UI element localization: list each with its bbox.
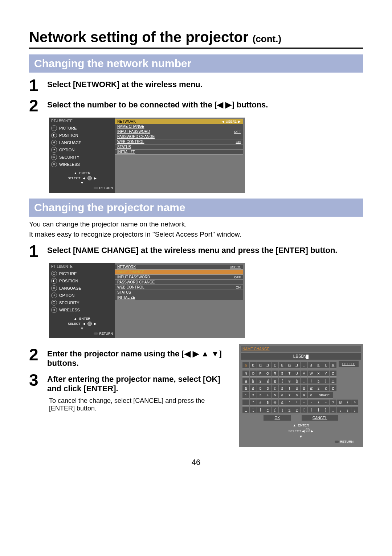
osd-row-webctrl: WEB CONTROLON bbox=[115, 139, 243, 144]
kbd-key: I bbox=[301, 362, 307, 368]
osd-row-inputpw: INPUT PASSWORDOFF bbox=[115, 275, 243, 280]
kbd-key: V bbox=[301, 371, 307, 377]
step-number: 1 bbox=[29, 77, 47, 94]
kbd-key: C bbox=[257, 362, 264, 368]
kbd-key: 6 bbox=[279, 392, 286, 398]
s2-step3: 3 After entering the projector name, sel… bbox=[29, 372, 228, 393]
kbd-key: t bbox=[286, 385, 293, 391]
kbd-key: g bbox=[286, 378, 293, 384]
kbd-key: < bbox=[286, 407, 293, 413]
kbd-key: l bbox=[322, 378, 329, 384]
kbd-key: j bbox=[308, 378, 315, 384]
kbd-key: e bbox=[271, 378, 278, 384]
kbd-space-button: SPACE bbox=[315, 392, 333, 398]
picture-icon: ▢ bbox=[51, 125, 57, 131]
kbd-key: Q bbox=[264, 371, 271, 377]
kbd-key: b bbox=[250, 378, 257, 384]
section-header-2: Changing the projector name bbox=[29, 199, 363, 217]
osd-keyboard: NAME CHANGE LB50N ABCDEFGHIJKLMDELETENOP… bbox=[239, 344, 363, 447]
kbd-key: + bbox=[301, 400, 307, 406]
kbd-key: G bbox=[286, 362, 293, 368]
kbd-key: L bbox=[322, 362, 329, 368]
kbd-key: o bbox=[250, 385, 257, 391]
kbd-key: , bbox=[330, 407, 336, 413]
s1-step1: 1 Select [NETWORK] at the wireless menu. bbox=[29, 77, 363, 94]
wireless-icon: ≋ bbox=[51, 307, 57, 313]
kbd-key: u bbox=[293, 385, 300, 391]
kbd-key: h bbox=[293, 378, 300, 384]
title-text: Network setting of the projector bbox=[29, 29, 249, 45]
step-number: 2 bbox=[29, 346, 47, 363]
kbd-key: v bbox=[301, 385, 307, 391]
osd-screenshot-1: PT-LB50NTE ▢PICTURE ◧POSITION ⊕LANGUAGE … bbox=[49, 118, 245, 193]
step-text: After entering the projector name, selec… bbox=[47, 372, 228, 393]
osd-row-namechange: NAME CHANGE bbox=[115, 124, 243, 129]
kbd-key: ) bbox=[279, 407, 286, 413]
language-icon: ⊕ bbox=[51, 285, 57, 291]
step-text: Select [NETWORK] at the wireless menu. bbox=[47, 77, 363, 89]
kbd-key: U bbox=[293, 371, 300, 377]
kbd-key: # bbox=[257, 400, 264, 406]
osd-model: PT-LB50NTE bbox=[51, 119, 113, 123]
kbd-key: d bbox=[264, 378, 271, 384]
kbd-key: O bbox=[250, 371, 257, 377]
kbd-key: P bbox=[257, 371, 264, 377]
kbd-key: m bbox=[330, 378, 336, 384]
security-icon: ⚿ bbox=[51, 154, 57, 160]
kbd-key: 5 bbox=[271, 392, 278, 398]
language-icon: ⊕ bbox=[51, 140, 57, 146]
kbd-key: ^ bbox=[351, 400, 358, 406]
kbd-key: ' bbox=[286, 400, 293, 406]
kbd-key: ! bbox=[242, 400, 249, 406]
kbd-key: H bbox=[293, 362, 300, 368]
kbd-key: $ bbox=[264, 400, 271, 406]
osd-screenshot-2: PT-LB50NTE ▢PICTURE ◧POSITION ⊕LANGUAGE … bbox=[49, 263, 245, 338]
kbd-key: ` bbox=[250, 407, 257, 413]
kbd-key: 9 bbox=[301, 392, 307, 398]
picture-icon: ▢ bbox=[51, 271, 57, 277]
kbd-key: * bbox=[293, 400, 300, 406]
osd-row-init: INITIALIZE bbox=[115, 150, 243, 155]
kbd-key: c bbox=[257, 378, 264, 384]
kbd-key: y bbox=[322, 385, 329, 391]
kbd-key: S bbox=[279, 371, 286, 377]
kbd-key: [ bbox=[301, 407, 307, 413]
kbd-key: % bbox=[271, 400, 278, 406]
kbd-key: w bbox=[308, 385, 315, 391]
kbd-key: & bbox=[279, 400, 286, 406]
s2-note: To cancel the change, select [CANCEL] an… bbox=[49, 397, 228, 412]
osd-row-network: NETWORK ◀USER1▶ bbox=[115, 119, 243, 124]
kbd-key: @ bbox=[337, 400, 344, 406]
kbd-key: { bbox=[315, 407, 322, 413]
step-text: Select the number to be connected with t… bbox=[47, 97, 363, 110]
kbd-ok-button: OK bbox=[264, 415, 290, 421]
kbd-key: - bbox=[308, 400, 315, 406]
position-icon: ◧ bbox=[51, 132, 57, 138]
s2-step1: 1 Select [NAME CHANGE] at the wireless m… bbox=[29, 243, 363, 259]
s1-step2: 2 Select the number to be connected with… bbox=[29, 97, 363, 114]
kbd-key: n bbox=[242, 385, 249, 391]
s2-step2: 2 Enter the projector name using the [◀ … bbox=[29, 346, 228, 368]
kbd-key: k bbox=[315, 378, 322, 384]
osd-row-status: STATUS bbox=[115, 144, 243, 150]
kbd-name-field: LB50N bbox=[241, 353, 361, 360]
kbd-key: Z bbox=[330, 371, 336, 377]
kbd-key: 3 bbox=[257, 392, 264, 398]
kbd-key: . bbox=[337, 407, 344, 413]
osd-row-status: STATUS bbox=[115, 290, 243, 295]
step-number: 3 bbox=[29, 372, 47, 388]
kbd-key: _ bbox=[242, 407, 249, 413]
kbd-key: 8 bbox=[293, 392, 300, 398]
kbd-key: } bbox=[322, 407, 329, 413]
page-title: Network setting of the projector (cont.) bbox=[29, 29, 363, 49]
kbd-key: \ bbox=[344, 400, 351, 406]
osd-model: PT-LB50NTE bbox=[51, 265, 113, 269]
kbd-key: 4 bbox=[264, 392, 271, 398]
kbd-key: ? bbox=[330, 400, 336, 406]
kbd-key: N bbox=[242, 371, 249, 377]
kbd-key: J bbox=[308, 362, 315, 368]
kbd-nav: ▲ ENTER SELECT ◀ ▶ ▼ RETURN bbox=[241, 423, 361, 445]
kbd-key: ] bbox=[308, 407, 315, 413]
step-number: 2 bbox=[29, 97, 47, 114]
kbd-key: W bbox=[308, 371, 315, 377]
